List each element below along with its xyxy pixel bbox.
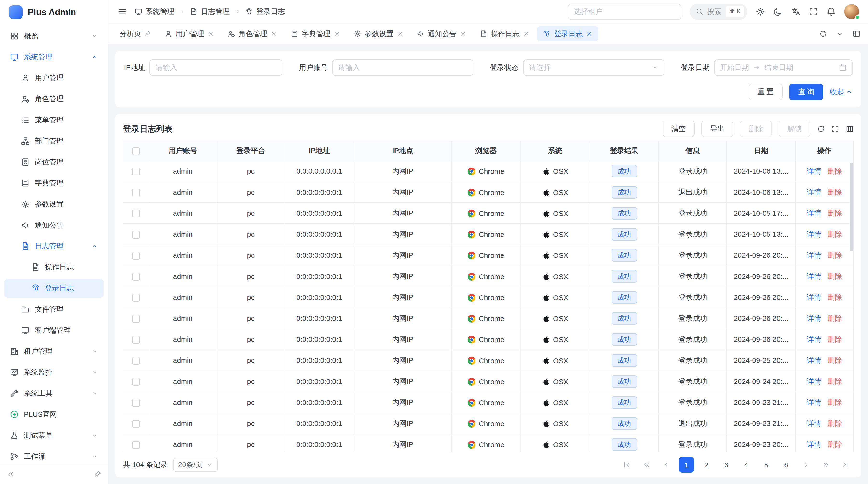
close-icon[interactable] — [523, 30, 530, 37]
row-checkbox[interactable] — [132, 420, 140, 428]
tab-0[interactable]: 分析页 — [114, 26, 157, 41]
delete-link[interactable]: 删除 — [828, 167, 842, 175]
delete-link[interactable]: 删除 — [828, 440, 842, 448]
sidebar-item-plus-site[interactable]: PLUS官网 — [4, 405, 103, 424]
sidebar-item-testmenu[interactable]: 测试菜单 — [4, 426, 103, 445]
next-page-button[interactable] — [798, 457, 814, 473]
tab-4[interactable]: 参数设置 — [348, 26, 409, 41]
menu-toggle-button[interactable] — [117, 7, 127, 17]
detail-link[interactable]: 详情 — [807, 167, 821, 175]
detail-link[interactable]: 详情 — [807, 314, 821, 322]
refresh-page-button[interactable] — [819, 30, 827, 38]
row-checkbox[interactable] — [132, 252, 140, 260]
table-refresh-button[interactable] — [817, 125, 825, 133]
breadcrumb-item[interactable]: 日志管理 — [190, 7, 229, 17]
dark-mode-button[interactable] — [773, 7, 783, 17]
delete-link[interactable]: 删除 — [828, 272, 842, 280]
delete-link[interactable]: 删除 — [828, 293, 842, 301]
detail-link[interactable]: 详情 — [807, 188, 821, 196]
tab-7[interactable]: 登录日志 — [537, 26, 598, 41]
collapse-filter-link[interactable]: 收起 — [830, 87, 852, 97]
row-checkbox[interactable] — [132, 378, 140, 386]
page-button-1[interactable]: 1 — [679, 457, 694, 473]
tab-5[interactable]: 通知公告 — [411, 26, 472, 41]
breadcrumb-item[interactable]: 系统管理 — [134, 7, 174, 17]
row-checkbox[interactable] — [132, 399, 140, 407]
delete-link[interactable]: 删除 — [828, 356, 842, 364]
row-checkbox[interactable] — [132, 210, 140, 218]
close-icon[interactable] — [586, 30, 593, 37]
sidebar-item-tenant[interactable]: 租户管理 — [4, 342, 103, 361]
detail-link[interactable]: 详情 — [807, 335, 821, 343]
sidebar-collapse-button[interactable] — [7, 470, 14, 478]
close-icon[interactable] — [334, 30, 340, 37]
sidebar-item-overview[interactable]: 概览 — [4, 27, 103, 45]
sidebar-item-file[interactable]: 文件管理 — [4, 300, 103, 319]
sidebar-item-system[interactable]: 系统管理 — [4, 47, 103, 66]
sidebar-item-sysmonitor[interactable]: 系统监控 — [4, 363, 103, 382]
query-button[interactable]: 查 询 — [789, 84, 823, 100]
detail-link[interactable]: 详情 — [807, 440, 821, 448]
fullscreen-button[interactable] — [809, 7, 818, 17]
detail-link[interactable]: 详情 — [807, 398, 821, 406]
tab-2[interactable]: 角色管理 — [222, 26, 283, 41]
sidebar-item-dept[interactable]: 部门管理 — [4, 132, 103, 151]
reset-button[interactable]: 重 置 — [749, 84, 783, 100]
delete-button[interactable]: 删除 — [740, 121, 772, 137]
row-checkbox[interactable] — [132, 273, 140, 281]
login-date-range[interactable]: 开始日期 结束日期 — [714, 59, 852, 76]
row-checkbox[interactable] — [132, 189, 140, 196]
detail-link[interactable]: 详情 — [807, 230, 821, 238]
row-checkbox[interactable] — [132, 231, 140, 238]
detail-link[interactable]: 详情 — [807, 272, 821, 280]
detail-link[interactable]: 详情 — [807, 377, 821, 385]
page-button-3[interactable]: 3 — [718, 457, 734, 473]
close-icon[interactable] — [460, 30, 467, 37]
delete-link[interactable]: 删除 — [828, 419, 842, 427]
page-size-select[interactable]: 20条/页 — [173, 458, 218, 472]
table-fullscreen-button[interactable] — [831, 125, 839, 133]
tab-menu-button[interactable] — [836, 30, 844, 38]
login-status-select[interactable]: 请选择 — [523, 59, 664, 76]
tab-1[interactable]: 用户管理 — [159, 26, 220, 41]
row-checkbox[interactable] — [132, 294, 140, 301]
language-button[interactable] — [791, 7, 801, 17]
settings-button[interactable] — [756, 7, 765, 17]
tab-6[interactable]: 操作日志 — [474, 26, 535, 41]
detail-link[interactable]: 详情 — [807, 209, 821, 217]
column-settings-button[interactable] — [846, 125, 854, 133]
sidebar-item-logmgr[interactable]: 日志管理 — [4, 237, 103, 256]
delete-link[interactable]: 删除 — [828, 335, 842, 343]
delete-link[interactable]: 删除 — [828, 230, 842, 238]
prev-group-button[interactable] — [639, 457, 654, 473]
page-button-4[interactable]: 4 — [739, 457, 754, 473]
row-checkbox[interactable] — [132, 336, 140, 344]
first-page-button[interactable] — [619, 457, 634, 473]
delete-link[interactable]: 删除 — [828, 377, 842, 385]
user-avatar[interactable] — [844, 4, 859, 19]
sidebar-item-workflow[interactable]: 工作流 — [4, 447, 103, 464]
tab-3[interactable]: 字典管理 — [285, 26, 346, 41]
close-icon[interactable] — [208, 30, 214, 37]
ip-input[interactable] — [150, 59, 282, 76]
unlock-button[interactable]: 解锁 — [779, 121, 811, 137]
scrollbar-thumb[interactable] — [850, 163, 853, 251]
tenant-select[interactable]: 选择租户 — [568, 4, 681, 20]
sidebar-pin-button[interactable] — [94, 470, 101, 478]
app-logo[interactable]: Plus Admin — [0, 0, 108, 24]
page-button-6[interactable]: 6 — [778, 457, 794, 473]
sidebar-item-client[interactable]: 客户端管理 — [4, 321, 103, 340]
sidebar-item-notice[interactable]: 通知公告 — [4, 216, 103, 234]
sidebar-item-dict[interactable]: 字典管理 — [4, 174, 103, 193]
detail-link[interactable]: 详情 — [807, 356, 821, 364]
detail-link[interactable]: 详情 — [807, 251, 821, 259]
next-group-button[interactable] — [818, 457, 834, 473]
sidebar-item-post[interactable]: 岗位管理 — [4, 153, 103, 172]
row-checkbox[interactable] — [132, 357, 140, 365]
page-button-2[interactable]: 2 — [699, 457, 714, 473]
row-checkbox[interactable] — [132, 441, 140, 449]
detail-link[interactable]: 详情 — [807, 293, 821, 301]
sidebar-item-role[interactable]: 角色管理 — [4, 90, 103, 108]
delete-link[interactable]: 删除 — [828, 251, 842, 259]
close-icon[interactable] — [397, 30, 404, 37]
